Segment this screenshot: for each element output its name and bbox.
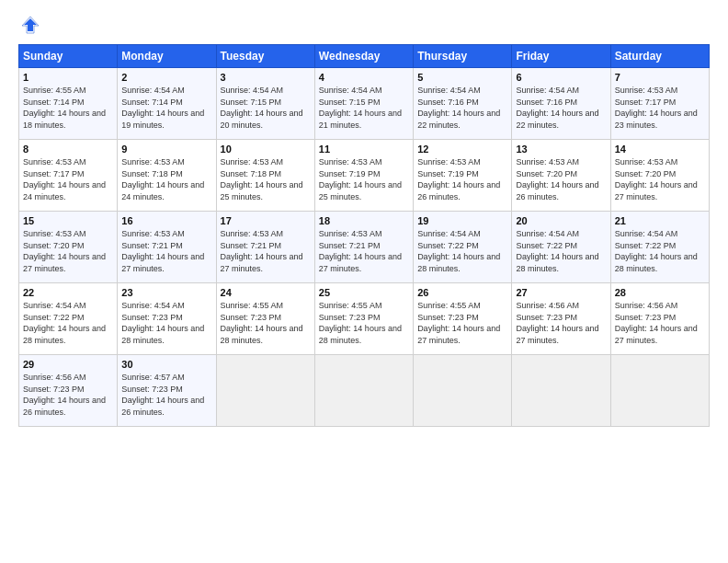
calendar-cell: 30Sunrise: 4:57 AMSunset: 7:23 PMDayligh… — [118, 355, 216, 427]
cell-details: Sunrise: 4:53 AMSunset: 7:17 PMDaylight:… — [23, 156, 113, 202]
cell-details: Sunrise: 4:55 AMSunset: 7:23 PMDaylight:… — [417, 300, 507, 346]
calendar-cell: 12Sunrise: 4:53 AMSunset: 7:19 PMDayligh… — [414, 140, 512, 212]
calendar-week-row: 22Sunrise: 4:54 AMSunset: 7:22 PMDayligh… — [19, 283, 710, 355]
calendar-cell — [216, 355, 314, 427]
cell-details: Sunrise: 4:53 AMSunset: 7:20 PMDaylight:… — [516, 156, 606, 202]
cell-details: Sunrise: 4:54 AMSunset: 7:22 PMDaylight:… — [23, 300, 113, 346]
cell-details: Sunrise: 4:54 AMSunset: 7:15 PMDaylight:… — [319, 85, 409, 131]
page: SundayMondayTuesdayWednesdayThursdayFrid… — [0, 0, 728, 563]
cell-details: Sunrise: 4:54 AMSunset: 7:16 PMDaylight:… — [417, 85, 507, 131]
cell-details: Sunrise: 4:56 AMSunset: 7:23 PMDaylight:… — [516, 300, 606, 346]
calendar-week-row: 29Sunrise: 4:56 AMSunset: 7:23 PMDayligh… — [19, 355, 710, 427]
day-number: 4 — [319, 72, 409, 83]
cell-details: Sunrise: 4:56 AMSunset: 7:23 PMDaylight:… — [23, 372, 113, 418]
weekday-header-wednesday: Wednesday — [314, 45, 413, 68]
cell-details: Sunrise: 4:55 AMSunset: 7:23 PMDaylight:… — [319, 300, 409, 346]
logo-icon — [20, 15, 40, 35]
calendar-cell: 3Sunrise: 4:54 AMSunset: 7:15 PMDaylight… — [216, 68, 314, 140]
calendar-cell: 2Sunrise: 4:54 AMSunset: 7:14 PMDaylight… — [118, 68, 216, 140]
calendar-cell: 15Sunrise: 4:53 AMSunset: 7:20 PMDayligh… — [19, 212, 118, 283]
day-number: 17 — [221, 215, 311, 226]
day-number: 6 — [516, 72, 606, 83]
calendar-cell: 13Sunrise: 4:53 AMSunset: 7:20 PMDayligh… — [512, 140, 610, 212]
calendar-week-row: 8Sunrise: 4:53 AMSunset: 7:17 PMDaylight… — [19, 140, 710, 212]
day-number: 1 — [23, 72, 113, 83]
calendar-cell: 11Sunrise: 4:53 AMSunset: 7:19 PMDayligh… — [314, 140, 413, 212]
cell-details: Sunrise: 4:54 AMSunset: 7:16 PMDaylight:… — [516, 85, 606, 131]
cell-details: Sunrise: 4:53 AMSunset: 7:20 PMDaylight:… — [615, 156, 705, 202]
calendar-cell: 26Sunrise: 4:55 AMSunset: 7:23 PMDayligh… — [414, 283, 512, 355]
calendar-cell: 9Sunrise: 4:53 AMSunset: 7:18 PMDaylight… — [118, 140, 216, 212]
header — [18, 15, 710, 35]
calendar-cell: 1Sunrise: 4:55 AMSunset: 7:14 PMDaylight… — [19, 68, 118, 140]
calendar-cell: 17Sunrise: 4:53 AMSunset: 7:21 PMDayligh… — [216, 212, 314, 283]
calendar-cell: 18Sunrise: 4:53 AMSunset: 7:21 PMDayligh… — [314, 212, 413, 283]
calendar-cell: 28Sunrise: 4:56 AMSunset: 7:23 PMDayligh… — [610, 283, 709, 355]
calendar-cell: 10Sunrise: 4:53 AMSunset: 7:18 PMDayligh… — [216, 140, 314, 212]
day-number: 28 — [615, 287, 705, 298]
calendar-cell: 5Sunrise: 4:54 AMSunset: 7:16 PMDaylight… — [414, 68, 512, 140]
weekday-header-row: SundayMondayTuesdayWednesdayThursdayFrid… — [19, 45, 710, 68]
logo — [18, 15, 40, 35]
day-number: 13 — [516, 144, 606, 155]
calendar-cell: 29Sunrise: 4:56 AMSunset: 7:23 PMDayligh… — [19, 355, 118, 427]
calendar-cell: 25Sunrise: 4:55 AMSunset: 7:23 PMDayligh… — [314, 283, 413, 355]
weekday-header-monday: Monday — [118, 45, 216, 68]
cell-details: Sunrise: 4:53 AMSunset: 7:19 PMDaylight:… — [319, 156, 409, 202]
cell-details: Sunrise: 4:54 AMSunset: 7:22 PMDaylight:… — [417, 228, 507, 274]
calendar-cell: 24Sunrise: 4:55 AMSunset: 7:23 PMDayligh… — [216, 283, 314, 355]
cell-details: Sunrise: 4:54 AMSunset: 7:22 PMDaylight:… — [615, 228, 705, 274]
day-number: 19 — [417, 215, 507, 226]
calendar-cell: 16Sunrise: 4:53 AMSunset: 7:21 PMDayligh… — [118, 212, 216, 283]
cell-details: Sunrise: 4:53 AMSunset: 7:20 PMDaylight:… — [23, 228, 113, 274]
calendar-cell: 14Sunrise: 4:53 AMSunset: 7:20 PMDayligh… — [610, 140, 709, 212]
cell-details: Sunrise: 4:56 AMSunset: 7:23 PMDaylight:… — [615, 300, 705, 346]
day-number: 14 — [615, 144, 705, 155]
day-number: 3 — [221, 72, 311, 83]
day-number: 18 — [319, 215, 409, 226]
cell-details: Sunrise: 4:53 AMSunset: 7:21 PMDaylight:… — [319, 228, 409, 274]
day-number: 23 — [121, 287, 211, 298]
calendar-cell: 8Sunrise: 4:53 AMSunset: 7:17 PMDaylight… — [19, 140, 118, 212]
calendar-week-row: 15Sunrise: 4:53 AMSunset: 7:20 PMDayligh… — [19, 212, 710, 283]
calendar-cell: 23Sunrise: 4:54 AMSunset: 7:23 PMDayligh… — [118, 283, 216, 355]
calendar-table: SundayMondayTuesdayWednesdayThursdayFrid… — [18, 44, 710, 427]
calendar-cell — [314, 355, 413, 427]
calendar-cell: 27Sunrise: 4:56 AMSunset: 7:23 PMDayligh… — [512, 283, 610, 355]
cell-details: Sunrise: 4:53 AMSunset: 7:21 PMDaylight:… — [121, 228, 211, 274]
weekday-header-friday: Friday — [512, 45, 610, 68]
cell-details: Sunrise: 4:53 AMSunset: 7:19 PMDaylight:… — [417, 156, 507, 202]
day-number: 26 — [417, 287, 507, 298]
day-number: 29 — [23, 359, 113, 370]
cell-details: Sunrise: 4:54 AMSunset: 7:22 PMDaylight:… — [516, 228, 606, 274]
day-number: 7 — [615, 72, 705, 83]
day-number: 22 — [23, 287, 113, 298]
day-number: 8 — [23, 144, 113, 155]
day-number: 10 — [221, 144, 311, 155]
day-number: 15 — [23, 215, 113, 226]
day-number: 24 — [221, 287, 311, 298]
day-number: 2 — [121, 72, 211, 83]
calendar-cell — [414, 355, 512, 427]
calendar-cell: 19Sunrise: 4:54 AMSunset: 7:22 PMDayligh… — [414, 212, 512, 283]
day-number: 21 — [615, 215, 705, 226]
day-number: 12 — [417, 144, 507, 155]
day-number: 25 — [319, 287, 409, 298]
day-number: 20 — [516, 215, 606, 226]
calendar-cell: 22Sunrise: 4:54 AMSunset: 7:22 PMDayligh… — [19, 283, 118, 355]
calendar-cell: 6Sunrise: 4:54 AMSunset: 7:16 PMDaylight… — [512, 68, 610, 140]
day-number: 30 — [121, 359, 211, 370]
weekday-header-tuesday: Tuesday — [216, 45, 314, 68]
cell-details: Sunrise: 4:54 AMSunset: 7:23 PMDaylight:… — [121, 300, 211, 346]
calendar-cell — [610, 355, 709, 427]
calendar-week-row: 1Sunrise: 4:55 AMSunset: 7:14 PMDaylight… — [19, 68, 710, 140]
day-number: 16 — [121, 215, 211, 226]
cell-details: Sunrise: 4:57 AMSunset: 7:23 PMDaylight:… — [121, 372, 211, 418]
day-number: 5 — [417, 72, 507, 83]
cell-details: Sunrise: 4:53 AMSunset: 7:21 PMDaylight:… — [221, 228, 311, 274]
calendar-cell: 7Sunrise: 4:53 AMSunset: 7:17 PMDaylight… — [610, 68, 709, 140]
weekday-header-saturday: Saturday — [610, 45, 709, 68]
cell-details: Sunrise: 4:53 AMSunset: 7:18 PMDaylight:… — [221, 156, 311, 202]
cell-details: Sunrise: 4:55 AMSunset: 7:14 PMDaylight:… — [23, 85, 113, 131]
weekday-header-thursday: Thursday — [414, 45, 512, 68]
